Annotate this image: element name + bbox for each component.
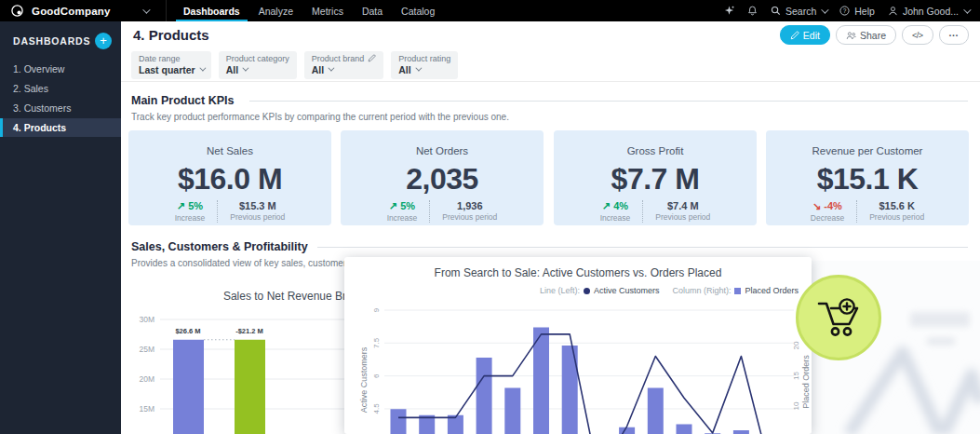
help-control[interactable]: ? Help	[839, 6, 875, 17]
right-axis-title: Placed Orders	[801, 355, 811, 409]
tab-data[interactable]: Data	[353, 0, 392, 21]
embed-code-button[interactable]: </>	[902, 25, 933, 45]
waterfall-bar-decrease[interactable]	[235, 340, 265, 434]
code-icon: </>	[912, 31, 923, 40]
help-icon: ?	[839, 6, 850, 16]
ai-assistant-icon[interactable]	[724, 6, 734, 16]
filter-label: Product brand	[312, 54, 365, 63]
gooddata-logo-icon	[11, 5, 23, 17]
filter-product-brand[interactable]: Product brand All	[304, 51, 384, 79]
filter-bar: Date range Last quarter Product category…	[121, 48, 980, 82]
bar-data-label: $26.6 M	[175, 327, 200, 335]
svg-text:?: ?	[843, 7, 847, 14]
y-tick-label: 20M	[139, 374, 154, 384]
ghost-blob	[927, 337, 955, 346]
navbar-divider	[166, 0, 167, 21]
left-axis-title: Active Customers	[359, 346, 369, 413]
right-tick-label: 10	[792, 401, 800, 410]
bell-icon[interactable]	[747, 6, 758, 16]
y-tick-label: 25M	[139, 345, 154, 354]
filter-product-rating[interactable]: Product rating All	[391, 51, 458, 79]
right-tick-label: 20	[792, 341, 800, 349]
section-title-kpis: Main Product KPIs	[131, 94, 243, 107]
filter-label: Date range	[139, 54, 204, 63]
column-bar[interactable]	[733, 430, 749, 434]
column-bar[interactable]	[648, 388, 664, 434]
navbar-tabs: Dashboards Analyze Metrics Data Catalog	[174, 0, 444, 21]
sidebar-title: DASHBOARDS	[13, 35, 90, 47]
y-tick-label: 30M	[139, 315, 154, 324]
account-chevron-down-icon	[963, 6, 971, 13]
filter-value: Last quarter	[139, 64, 195, 75]
tab-dashboards[interactable]: Dashboards	[174, 0, 249, 21]
filter-date-range[interactable]: Date range Last quarter	[131, 51, 211, 79]
sidebar-item-products[interactable]: 4. Products	[0, 118, 121, 137]
chevron-down-icon	[329, 65, 335, 72]
search-icon	[771, 6, 781, 16]
left-tick-label: 4.5	[372, 403, 381, 414]
edit-pencil-icon	[368, 54, 376, 62]
more-options-button[interactable]: ···	[939, 25, 970, 45]
dashboard-app: GoodCompany Dashboards Analyze Metrics D…	[0, 0, 980, 434]
filter-product-category[interactable]: Product category All	[219, 51, 297, 79]
add-to-cart-button[interactable]	[796, 275, 881, 360]
column-bar[interactable]	[677, 425, 692, 434]
workspace-name[interactable]: GoodCompany	[32, 6, 111, 17]
filter-value: All	[312, 64, 324, 75]
edit-button[interactable]: Edit	[780, 25, 830, 45]
column-bar[interactable]	[391, 409, 407, 434]
filter-label: Product rating	[398, 54, 450, 63]
page-title: 4. Products	[133, 27, 209, 43]
ghost-blob	[910, 312, 970, 327]
search-label: Search	[785, 6, 816, 17]
tab-metrics[interactable]: Metrics	[302, 0, 353, 21]
combo-chart-plot[interactable]: 97.564.5201510Active CustomersPlaced Ord…	[344, 257, 812, 434]
tab-catalog[interactable]: Catalog	[392, 0, 444, 21]
chevron-down-icon	[199, 65, 206, 72]
sidebar-item-customers[interactable]: 3. Customers	[0, 99, 121, 117]
bar-data-label: -$21.2 M	[235, 327, 263, 335]
share-people-icon	[846, 31, 856, 40]
chevron-down-icon	[242, 65, 248, 72]
ellipsis-icon: ···	[949, 30, 960, 41]
account-label: John Good...	[903, 6, 959, 17]
combo-chart-widget[interactable]: From Search to Sale: Active Customers vs…	[344, 257, 812, 434]
tab-analyze[interactable]: Analyze	[249, 0, 302, 21]
page-header: 4. Products Edit Share </>	[121, 21, 980, 49]
left-tick-label: 6	[372, 373, 381, 378]
column-bar[interactable]	[619, 427, 635, 434]
section-title-sales: Sales, Customers & Profitability	[131, 240, 317, 253]
search-chevron-down-icon	[821, 6, 828, 13]
waterfall-bar-total[interactable]	[173, 340, 204, 434]
chevron-down-icon	[415, 65, 422, 72]
y-tick-label: 15M	[139, 404, 154, 414]
search-control[interactable]: Search	[771, 6, 826, 17]
top-navbar: GoodCompany Dashboards Analyze Metrics D…	[0, 0, 980, 21]
left-tick-label: 7.5	[372, 337, 381, 348]
add-to-cart-icon	[815, 296, 862, 339]
sidebar-item-sales[interactable]: 2. Sales	[0, 79, 121, 98]
filter-value: All	[398, 64, 410, 75]
right-tick-label: 15	[792, 372, 800, 380]
account-control[interactable]: John Good...	[888, 6, 969, 17]
left-tick-label: 9	[372, 307, 381, 312]
workspace-chevron-down-icon[interactable]	[142, 6, 150, 13]
user-icon	[888, 6, 898, 16]
share-button[interactable]: Share	[836, 25, 896, 45]
share-button-label: Share	[860, 30, 886, 41]
help-label: Help	[854, 6, 875, 17]
column-bar[interactable]	[504, 388, 520, 434]
edit-button-label: Edit	[803, 30, 820, 41]
sidebar-item-overview[interactable]: 1. Overview	[0, 60, 121, 78]
column-bar[interactable]	[477, 358, 492, 434]
add-dashboard-button[interactable]: +	[95, 33, 112, 49]
filter-label: Product category	[226, 54, 289, 63]
dashboards-sidebar: DASHBOARDS + 1. Overview 2. Sales 3. Cus…	[0, 21, 121, 434]
filter-value: All	[226, 64, 238, 75]
pencil-icon	[790, 31, 799, 40]
